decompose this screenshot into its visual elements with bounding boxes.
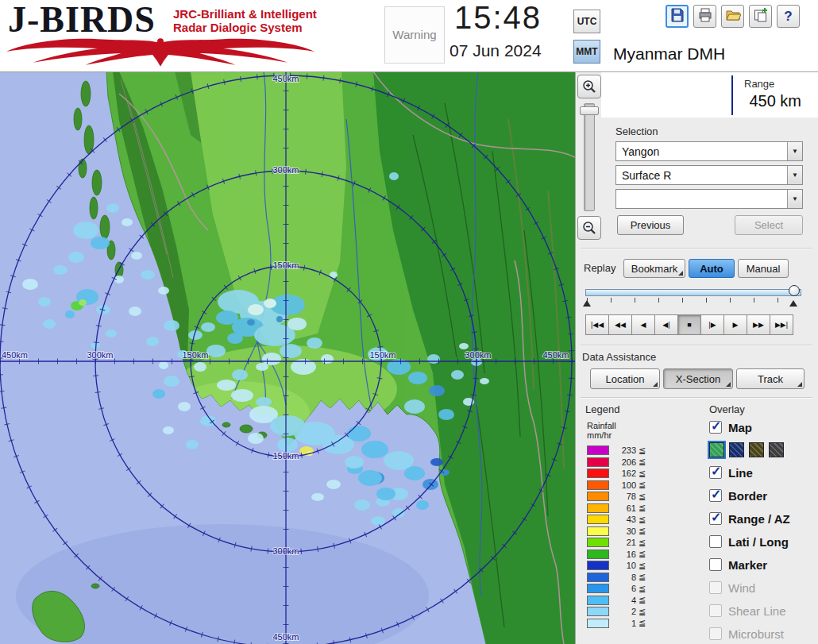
checkbox-checked-icon[interactable] (709, 466, 722, 479)
legend-swatch (587, 607, 609, 616)
timeline-start-marker (583, 300, 591, 307)
zoom-in-button[interactable] (577, 75, 601, 98)
ring-label: 150km (369, 350, 395, 360)
checkbox-checked-icon[interactable] (709, 421, 722, 434)
overlay-options: Map Line Border Range / AZ Lati / Long M… (709, 419, 790, 644)
timeline-end-marker (789, 300, 797, 307)
export-button[interactable] (749, 5, 772, 28)
legend-swatch (587, 561, 609, 570)
bookmark-button[interactable]: Bookmark (623, 259, 685, 278)
legend-swatch (587, 526, 609, 536)
map-swatch-olive[interactable] (749, 442, 764, 457)
manual-button[interactable]: Manual (738, 259, 789, 278)
legend-unit-line2: mm/hr (587, 430, 646, 440)
ring-label: 150km (272, 260, 299, 270)
chevron-down-icon[interactable]: ▼ (787, 142, 802, 160)
map-swatch-navy[interactable] (729, 442, 744, 457)
mmt-toggle-button[interactable]: MMT (573, 40, 600, 64)
legend-swatch (587, 457, 609, 467)
timeline-thumb[interactable] (789, 285, 800, 296)
ring-label: 450km (272, 74, 299, 83)
play-reverse-button[interactable]: ◀ (631, 314, 655, 335)
overlay-item-border[interactable]: Border (709, 488, 790, 503)
checkbox-checked-icon[interactable] (709, 512, 722, 525)
stop-button[interactable]: ■ (677, 314, 701, 335)
divider (581, 248, 812, 249)
skip-first-button[interactable]: |◀◀ (585, 314, 609, 335)
overlay-item-line[interactable]: Line (709, 465, 790, 480)
site-dropdown[interactable]: Yangon ▼ (615, 141, 803, 161)
product-dropdown[interactable]: Surface R ▼ (615, 165, 803, 185)
legend-row: 162≦ (587, 468, 646, 480)
map-swatch-gray[interactable] (769, 442, 784, 457)
overlay-item-range-az[interactable]: Range / AZ (709, 511, 790, 526)
legend-row: 206≦ (587, 457, 646, 469)
divider (581, 345, 812, 346)
playback-controls: |◀◀ ◀◀ ◀ ◀| ■ |▶ ▶ ▶▶ ▶▶| (585, 314, 793, 335)
utc-toggle-button[interactable]: UTC (573, 10, 600, 33)
chevron-down-icon[interactable]: ▼ (787, 166, 802, 184)
play-button[interactable]: ▶ (723, 314, 747, 335)
checkbox-checked-icon[interactable] (709, 489, 722, 502)
legend-row: 4≦ (587, 595, 646, 607)
legend-swatch (587, 492, 609, 501)
zoom-controls (577, 75, 601, 240)
legend-swatch (587, 619, 609, 628)
ring-label: 150km (272, 451, 299, 461)
fast-forward-button[interactable]: ▶▶ (747, 314, 770, 335)
step-back-button[interactable]: ◀| (654, 314, 678, 335)
overlay-item-marker[interactable]: Marker (709, 557, 790, 573)
legend-unit-line1: Rainfall (587, 421, 646, 430)
app-logo-title: J-BIRDS (8, 0, 156, 40)
checkbox-icon[interactable] (709, 558, 722, 571)
zoom-slider[interactable] (584, 103, 595, 211)
open-folder-button[interactable] (721, 5, 744, 28)
range-value: 450 km (749, 92, 801, 110)
replay-timeline-slider[interactable] (585, 289, 801, 296)
range-panel: Range 450 km (601, 71, 818, 118)
ring-label: 300km (465, 350, 491, 360)
divider (581, 397, 812, 399)
help-button[interactable]: ? (777, 5, 800, 28)
print-icon (697, 7, 713, 26)
step-forward-button[interactable]: |▶ (700, 314, 724, 335)
eagle-logo-icon (3, 37, 318, 70)
option-dropdown[interactable]: ▼ (615, 189, 803, 209)
overlay-item-map[interactable]: Map (709, 419, 790, 435)
previous-button[interactable]: Previous (617, 215, 684, 235)
ring-label: 300km (272, 546, 299, 556)
logo-subtitle-line2: Radar Dialogic System (173, 21, 317, 34)
map-swatch-green[interactable] (709, 442, 724, 457)
ring-label: 150km (182, 350, 208, 360)
zoom-slider-thumb[interactable] (580, 106, 599, 115)
track-button[interactable]: Track (736, 368, 804, 389)
warning-indicator[interactable]: Warning (384, 6, 445, 64)
auto-button[interactable]: Auto (689, 259, 735, 278)
chevron-down-icon[interactable]: ▼ (787, 190, 802, 208)
control-sidebar: Range 450 km Selection Yangon ▼ Surface … (575, 71, 818, 644)
header-bar: J-BIRDS JRC-Brilliant & Intelligent Rada… (0, 0, 818, 72)
legend-swatch (587, 445, 609, 455)
zoom-out-icon (581, 220, 597, 236)
logo-subtitle-line1: JRC-Brilliant & Intelligent (173, 7, 317, 21)
radar-map[interactable]: 450km 300km 150km 150km 300km 450km 450k… (0, 71, 575, 644)
ring-label: 300km (272, 165, 299, 175)
zoom-in-icon (581, 79, 597, 94)
xsection-button[interactable]: X-Section (663, 368, 733, 389)
data-assistance-label: Data Assistance (582, 351, 656, 363)
overlay-item-lati-long[interactable]: Lati / Long (709, 534, 790, 550)
fast-rewind-button[interactable]: ◀◀ (608, 314, 632, 335)
legend-row: 10≦ (587, 560, 646, 572)
ring-label: 450km (2, 350, 28, 360)
location-button[interactable]: Location (590, 368, 660, 389)
checkbox-icon[interactable] (709, 535, 722, 548)
legend-row: 78≦ (587, 491, 646, 503)
save-button[interactable] (666, 5, 689, 28)
print-button[interactable] (693, 5, 716, 28)
ring-label: 450km (542, 350, 569, 360)
select-button[interactable]: Select (735, 215, 803, 235)
zoom-out-button[interactable] (577, 216, 601, 240)
skip-last-button[interactable]: ▶▶| (770, 314, 793, 335)
legend-row: 61≦ (587, 503, 646, 515)
product-dropdown-value: Surface R (616, 169, 787, 182)
